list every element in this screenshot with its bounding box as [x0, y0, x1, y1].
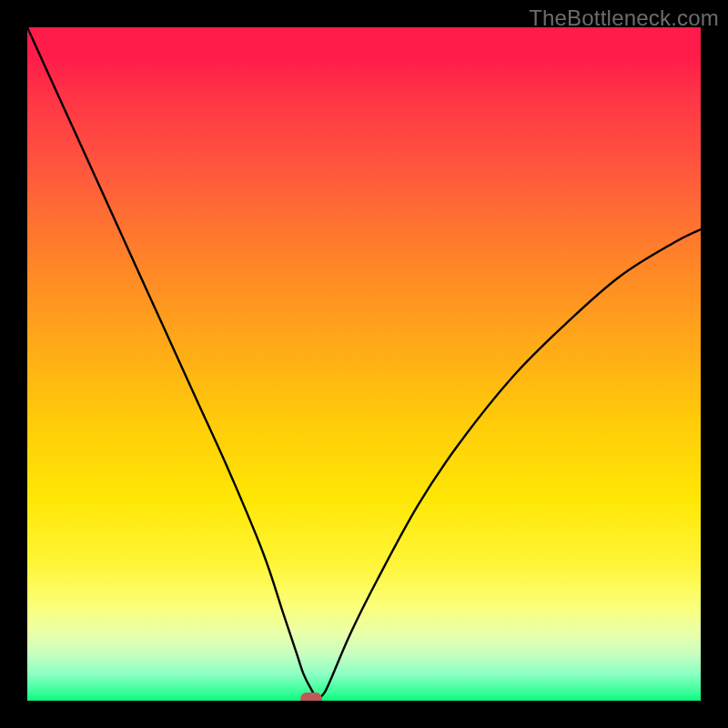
watermark-text: TheBottleneck.com	[529, 5, 719, 31]
bottleneck-curve	[27, 27, 701, 701]
plot-area	[27, 27, 701, 701]
optimal-marker	[300, 693, 322, 701]
chart-wrapper: TheBottleneck.com	[0, 0, 728, 728]
